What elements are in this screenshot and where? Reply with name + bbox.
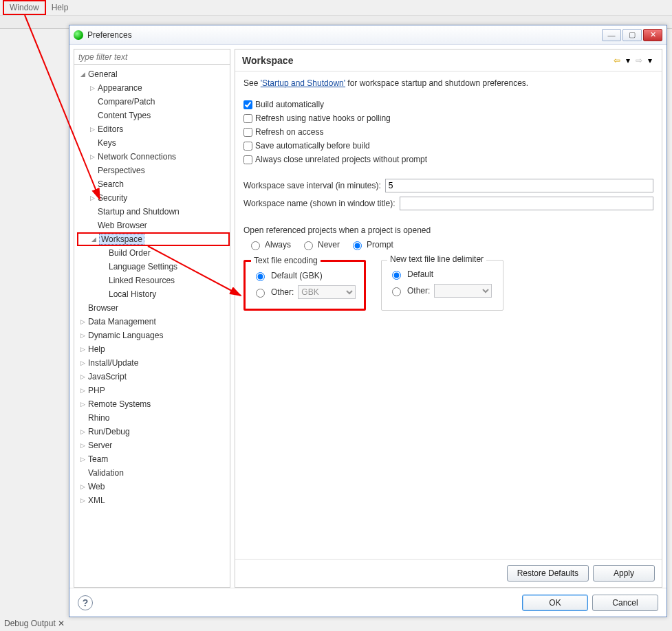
menu-help[interactable]: Help — [46, 1, 74, 14]
ok-button[interactable]: OK — [522, 595, 588, 611]
select-encoding-other[interactable]: GBK — [298, 285, 356, 299]
tree-label: Workspace — [99, 234, 144, 245]
tree-remote-systems[interactable]: ▷Remote Systems — [77, 397, 230, 411]
group-line-delimiter: New text file line delimiter Default Oth… — [381, 260, 503, 311]
radio-label: Default — [407, 269, 433, 279]
spacer-icon — [88, 98, 96, 106]
tree-label: Startup and Shutdown — [98, 207, 180, 217]
tree-workspace[interactable]: ◢Workspace — [77, 232, 230, 246]
expand-icon: ▷ — [78, 373, 87, 381]
dialog-titlebar: Preferences — ▢ ✕ — [69, 25, 666, 45]
tree-label: Appearance — [98, 83, 142, 93]
tree-web-browser[interactable]: Web Browser — [77, 219, 230, 232]
chk-save-before-build[interactable] — [243, 142, 252, 151]
radio-encoding-default[interactable] — [256, 272, 265, 281]
radio-always[interactable]: Always — [248, 239, 291, 250]
tree-startup[interactable]: Startup and Shutdown — [77, 205, 230, 219]
tree-keys[interactable]: Keys — [77, 136, 230, 150]
spacer-icon — [88, 166, 96, 175]
tree-language-settings[interactable]: Language Settings — [77, 260, 230, 274]
spacer-icon — [88, 180, 96, 188]
tree-label: Browser — [88, 303, 118, 313]
help-icon[interactable]: ? — [78, 595, 93, 610]
tree-web[interactable]: ▷Web — [77, 480, 230, 494]
tree-label: Dynamic Languages — [88, 331, 163, 340]
filter-input[interactable] — [74, 49, 230, 65]
chk-refresh-native[interactable] — [243, 114, 252, 123]
maximize-button[interactable]: ▢ — [622, 29, 642, 41]
tree-label: Build Order — [109, 248, 151, 258]
tree-browser[interactable]: Browser — [77, 301, 230, 315]
radio-encoding-other[interactable] — [256, 289, 265, 298]
tree-label: Validation — [88, 468, 124, 478]
preferences-tree[interactable]: ◢General ▷Appearance Compare/Patch Conte… — [74, 65, 230, 587]
radio-label: Default (GBK) — [271, 271, 323, 280]
tree-label: PHP — [88, 386, 105, 395]
bottom-tab-debug-output[interactable]: Debug Output ✕ — [0, 617, 69, 631]
tree-appearance[interactable]: ▷Appearance — [77, 81, 230, 95]
chk-refresh-access[interactable] — [243, 128, 252, 137]
radio-label: Prompt — [367, 240, 393, 250]
tree-rhino[interactable]: Rhino — [77, 411, 230, 425]
minimize-button[interactable]: — — [602, 29, 621, 41]
tree-install-update[interactable]: ▷Install/Update — [77, 356, 230, 370]
tree-label: Search — [98, 179, 124, 189]
tree-build-order[interactable]: Build Order — [77, 246, 230, 260]
tree-label: Install/Update — [88, 358, 138, 368]
tree-perspectives[interactable]: Perspectives — [77, 164, 230, 177]
menu-window[interactable]: Window — [3, 0, 46, 15]
radio-never[interactable]: Never — [301, 239, 340, 250]
tree-security[interactable]: ▷Security — [77, 191, 230, 205]
tree-search[interactable]: Search — [77, 177, 230, 191]
radio-prompt[interactable]: Prompt — [349, 239, 393, 250]
tree-linked-resources[interactable]: Linked Resources — [77, 274, 230, 287]
tree-run-debug[interactable]: ▷Run/Debug — [77, 425, 230, 439]
tree-compare-patch[interactable]: Compare/Patch — [77, 95, 230, 109]
nav-back-icon[interactable]: ⇦ — [612, 56, 622, 65]
lbl-save-interval: Workspace save interval (in minutes): — [243, 181, 381, 190]
tree-label: Web Browser — [98, 221, 147, 230]
tree-label: Data Management — [88, 317, 156, 326]
input-workspace-name[interactable] — [400, 197, 653, 210]
input-save-interval[interactable] — [385, 179, 653, 192]
expand-icon: ▷ — [78, 441, 87, 450]
preferences-tree-pane: ◢General ▷Appearance Compare/Patch Conte… — [74, 49, 230, 588]
chk-build-automatically[interactable] — [243, 100, 252, 109]
tree-local-history[interactable]: Local History — [77, 287, 230, 301]
tree-editors[interactable]: ▷Editors — [77, 122, 230, 136]
expand-icon: ▷ — [78, 496, 87, 505]
restore-defaults-button[interactable]: Restore Defaults — [507, 565, 589, 582]
tree-label: Server — [88, 441, 112, 450]
spacer-icon — [78, 304, 87, 312]
radio-label: Never — [318, 240, 340, 250]
expand-icon: ◢ — [89, 235, 98, 243]
tree-javascript[interactable]: ▷JavaScript — [77, 370, 230, 384]
nav-forward-menu-icon[interactable]: ▾ — [645, 56, 655, 65]
expand-icon: ▷ — [78, 428, 87, 436]
cancel-button[interactable]: Cancel — [592, 595, 658, 611]
nav-forward-icon[interactable]: ⇨ — [634, 56, 644, 65]
tree-data-management[interactable]: ▷Data Management — [77, 315, 230, 329]
tree-content-types[interactable]: Content Types — [77, 109, 230, 122]
tree-network[interactable]: ▷Network Connections — [77, 150, 230, 164]
tree-general[interactable]: ◢General — [77, 67, 230, 81]
tree-server[interactable]: ▷Server — [77, 439, 230, 452]
tree-xml[interactable]: ▷XML — [77, 494, 230, 507]
radio-delim-default[interactable] — [392, 271, 401, 280]
select-delim-other[interactable] — [434, 284, 492, 298]
tree-label: XML — [88, 496, 105, 505]
tree-dynamic-languages[interactable]: ▷Dynamic Languages — [77, 329, 230, 342]
tree-label: Team — [88, 454, 108, 464]
nav-back-menu-icon[interactable]: ▾ — [623, 56, 633, 65]
tree-help[interactable]: ▷Help — [77, 342, 230, 356]
tree-php[interactable]: ▷PHP — [77, 384, 230, 397]
tree-team[interactable]: ▷Team — [77, 452, 230, 466]
tree-label: Content Types — [98, 111, 151, 120]
tree-validation[interactable]: Validation — [77, 466, 230, 480]
apply-button[interactable]: Apply — [593, 565, 655, 582]
tree-label: General — [88, 69, 118, 79]
startup-shutdown-link[interactable]: 'Startup and Shutdown' — [261, 78, 345, 88]
radio-delim-other[interactable] — [392, 287, 401, 296]
chk-close-unrelated[interactable] — [243, 155, 252, 164]
close-button[interactable]: ✕ — [643, 29, 662, 41]
